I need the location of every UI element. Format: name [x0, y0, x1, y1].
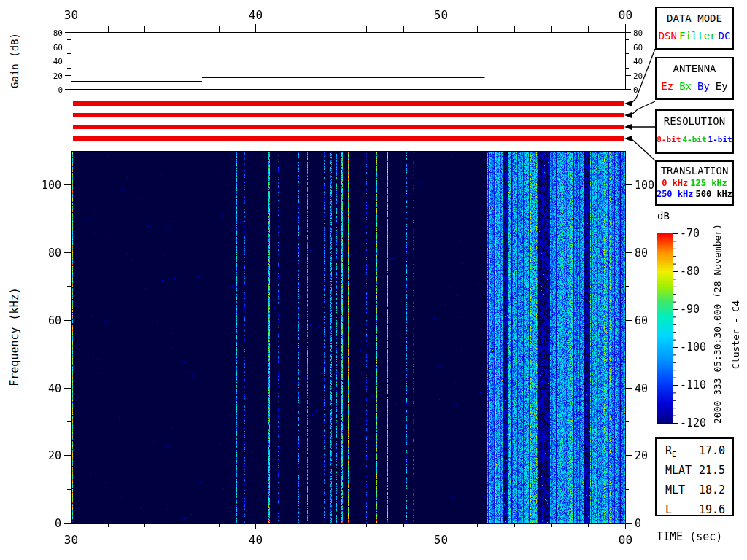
freq-tick-label: 80: [48, 246, 61, 260]
freq-tick-label: 40: [48, 382, 61, 395]
colorbar-tick-label: -110: [680, 378, 706, 392]
gain-tick-label: 80: [633, 28, 643, 38]
translation-value-250khz: 250 kHz: [657, 189, 694, 199]
ephemeris-label: MLAT: [665, 464, 692, 478]
freq-tick-label: 20: [635, 449, 648, 462]
left-arrow-icon: [624, 124, 632, 130]
ephemeris-value: 19.6: [699, 503, 725, 518]
spectrogram-plot: [71, 151, 625, 523]
ephemeris-value: 18.2: [699, 483, 725, 498]
freq-tick-label: 0: [55, 517, 61, 530]
freq-tick-label: 100: [635, 179, 654, 192]
panel-resolution: RESOLUTION 8-bit 4-bit 1-bit: [655, 109, 734, 154]
ephemeris-label: MLT: [665, 483, 685, 498]
status-bar-data-mode: [73, 101, 624, 106]
panel-data-mode-title: DATA MODE: [657, 12, 732, 24]
gain-tick-label: 80: [53, 28, 63, 38]
panel-connector-line: [631, 139, 655, 160]
time-tick-label: 30: [64, 533, 78, 547]
freq-tick-label: 60: [48, 314, 61, 327]
colorbar-tick-label: -70: [680, 227, 700, 240]
gain-tick-label: 20: [633, 71, 643, 81]
time-axis-title: TIME (sec): [657, 530, 722, 543]
translation-value-125khz: 125 kHz: [690, 178, 727, 188]
datetime-annotation: 2000 333 05:30:30.000 (28 November): [712, 224, 723, 424]
status-bar-antenna: [73, 113, 624, 117]
freq-tick-label: 20: [48, 449, 61, 462]
status-bar-resolution: [73, 125, 624, 129]
spacecraft-annotation: Cluster - C4: [730, 300, 741, 369]
translation-value-0khz: 0 kHz: [662, 178, 688, 188]
freq-tick-label: 0: [635, 517, 641, 530]
ephemeris-row-l: L 19.6: [657, 503, 732, 518]
ephemeris-label: L: [665, 503, 672, 518]
data-mode-value-dsn: DSN: [659, 30, 677, 42]
gain-tick-label: 40: [53, 57, 63, 66]
colorbar-unit-label: dB: [657, 210, 670, 222]
colorbar-tick-label: -90: [680, 303, 700, 316]
antenna-value-by: By: [697, 80, 710, 92]
colorbar-gradient: [657, 233, 673, 423]
data-mode-value-dc: DC: [719, 30, 731, 42]
gain-tick-label: 40: [633, 57, 643, 66]
freq-tick-label: 60: [635, 314, 648, 327]
freq-tick-label: 40: [635, 382, 648, 395]
panel-data-mode: DATA MODE DSN Filter DC: [655, 7, 734, 50]
panel-resolution-title: RESOLUTION: [657, 115, 732, 127]
antenna-value-ey: Ey: [716, 80, 728, 92]
resolution-value-8bit: 8-bit: [657, 135, 681, 144]
ephemeris-row-mlt: MLT 18.2: [657, 483, 732, 498]
top-time-label: 30: [64, 8, 78, 22]
ephemeris-row-re: RE 17.0: [657, 444, 732, 459]
wbd-spectrogram-display: Gain (dB) Frequency (kHz) 30405000002020…: [0, 0, 747, 560]
gain-plot: [71, 32, 625, 89]
translation-value-500khz: 500 kHz: [696, 189, 733, 199]
panel-antenna-title: ANTENNA: [657, 63, 732, 74]
gain-tick-label: 60: [53, 43, 63, 52]
time-tick-label: 00: [619, 533, 632, 547]
ephemeris-label: RE: [665, 444, 676, 459]
panel-connector-line: [631, 101, 655, 115]
colorbar-tick-label: -80: [680, 265, 700, 278]
resolution-value-4bit: 4-bit: [682, 135, 706, 144]
ephemeris-row-mlat: MLAT 21.5: [657, 464, 732, 478]
frequency-axis-title: Frequency (kHz): [8, 287, 21, 386]
left-arrow-icon: [624, 136, 632, 141]
gain-tick-label: 0: [633, 85, 638, 95]
ephemeris-value: 21.5: [699, 464, 725, 478]
top-time-label: 00: [619, 8, 632, 22]
top-time-label: 40: [249, 8, 263, 22]
status-bar-translation: [73, 136, 624, 141]
resolution-value-1bit: 1-bit: [708, 135, 732, 144]
left-arrow-icon: [624, 101, 632, 106]
antenna-value-ez: Ez: [661, 80, 673, 92]
gain-axis-title: Gain (dB): [9, 33, 20, 88]
colorbar-tick-label: -120: [680, 416, 706, 429]
gain-tick-label: 0: [58, 85, 63, 95]
ephemeris-value: 17.0: [699, 444, 725, 459]
panel-antenna: ANTENNA Ez Bx By Ey: [655, 57, 734, 100]
panel-connector-line: [631, 49, 655, 104]
freq-tick-label: 100: [42, 179, 61, 192]
left-arrow-icon: [624, 112, 632, 118]
colorbar-tick-label: -100: [680, 341, 706, 354]
antenna-value-bx: Bx: [679, 80, 692, 92]
panel-translation: TRANSLATION 0 kHz 125 kHz 250 kHz 500 kH…: [655, 160, 734, 206]
ephemeris-panel: RE 17.0 MLAT 21.5 MLT 18.2 L 19.6: [655, 438, 734, 516]
gain-tick-label: 60: [633, 43, 643, 52]
data-mode-value-filter: Filter: [679, 30, 716, 42]
time-tick-label: 50: [434, 533, 448, 547]
panel-translation-title: TRANSLATION: [657, 165, 732, 176]
time-tick-label: 40: [249, 533, 263, 547]
freq-tick-label: 80: [635, 246, 648, 260]
top-time-label: 50: [434, 8, 448, 22]
gain-tick-label: 20: [53, 71, 63, 81]
